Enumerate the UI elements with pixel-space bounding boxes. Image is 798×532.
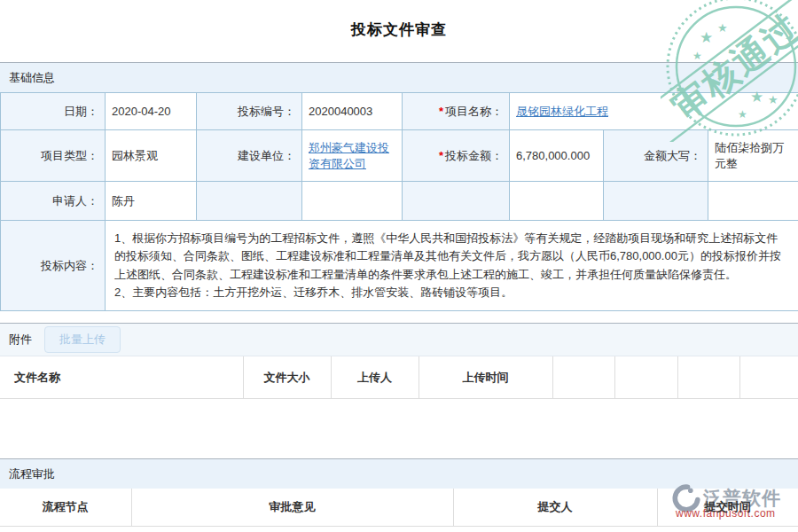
col-file-name: 文件名称 (0, 356, 243, 399)
section-basic-info: 基础信息 (0, 62, 798, 92)
col-submit-time: 提交时间 (657, 489, 798, 527)
bid-no-value: 2020040003 (302, 93, 403, 130)
bid-amount-value: 6,780,000.000 (510, 130, 604, 182)
project-type-value: 园林景观 (106, 130, 197, 182)
project-type-label: 项目类型： (1, 130, 106, 182)
basic-info-table: 日期： 2020-04-20 投标编号： 2020040003 *项目名称： 晟… (0, 92, 798, 311)
empty-label-cell (604, 182, 708, 221)
section-basic-info-title: 基础信息 (9, 70, 55, 86)
project-name-label: *项目名称： (403, 93, 510, 130)
bid-document-review-page: 投标文件审查 基础信息 日期： 2020-04-20 投标编号： 2020040… (0, 0, 798, 532)
bid-content-line1: 1、根据你方招标项目编号为的工程招标文件，遵照《中华人民共和国招投标法》等有关规… (114, 230, 789, 283)
date-label: 日期： (1, 93, 106, 130)
table-row: 投标内容： 1、根据你方招标项目编号为的工程招标文件，遵照《中华人民共和国招投标… (1, 221, 798, 311)
col-uploader: 上传人 (331, 356, 419, 399)
section-workflow-title: 流程审批 (9, 466, 55, 482)
required-marker: * (439, 149, 443, 162)
required-marker: * (439, 105, 443, 118)
col-flow-node: 流程节点 (0, 489, 131, 527)
build-unit-label: 建设单位： (197, 130, 302, 182)
bid-amount-label: *投标金额： (403, 130, 510, 182)
col-submitter: 提交人 (453, 489, 657, 527)
amount-words-value: 陆佰柒拾捌万元整 (708, 130, 798, 182)
applicant-value: 陈丹 (106, 182, 197, 221)
table-row: 项目类型： 园林景观 建设单位： 郑州豪气建设投资有限公司 *投标金额： 6,7… (1, 130, 798, 182)
bid-content-label: 投标内容： (1, 221, 106, 311)
batch-upload-button[interactable]: 批量上传 (44, 326, 121, 353)
build-unit-value-cell: 郑州豪气建设投资有限公司 (302, 130, 403, 182)
col-empty (614, 356, 677, 399)
col-empty (552, 356, 614, 399)
col-empty (739, 356, 798, 399)
empty-value-cell (302, 182, 403, 221)
bid-content-line2: 2、主要内容包括：土方开挖外运、迁移乔木、排水管安装、路砖铺设等项目。 (114, 284, 789, 301)
bid-content-value: 1、根据你方招标项目编号为的工程招标文件，遵照《中华人民共和国招投标法》等有关规… (106, 221, 798, 311)
page-header: 投标文件审查 (0, 0, 798, 62)
project-name-label-text: 项目名称： (445, 105, 503, 118)
attachments-header-row: 文件名称 文件大小 上传人 上传时间 (0, 356, 798, 399)
table-row: 申请人： 陈丹 (1, 182, 798, 221)
col-file-size: 文件大小 (243, 356, 331, 399)
empty-label-cell (403, 182, 510, 221)
build-unit-link[interactable]: 郑州豪气建设投资有限公司 (309, 141, 389, 170)
empty-label-cell (197, 182, 302, 221)
table-row: 日期： 2020-04-20 投标编号： 2020040003 *项目名称： 晟… (1, 93, 798, 130)
col-empty (677, 356, 739, 399)
applicant-label: 申请人： (1, 182, 106, 221)
workflow-table: 流程节点 审批意见 提交人 提交时间 (0, 489, 798, 527)
attachments-table: 文件名称 文件大小 上传人 上传时间 (0, 356, 798, 399)
bid-no-label: 投标编号： (197, 93, 302, 130)
project-name-link[interactable]: 晟铭园林绿化工程 (516, 105, 608, 118)
bid-amount-label-text: 投标金额： (445, 149, 503, 162)
empty-value-cell (708, 182, 798, 221)
amount-words-label: 金额大写： (604, 130, 708, 182)
workflow-header-row: 流程节点 审批意见 提交人 提交时间 (0, 489, 798, 527)
project-name-value-cell: 晟铭园林绿化工程 (510, 93, 798, 130)
page-title: 投标文件审查 (351, 21, 447, 38)
col-upload-time: 上传时间 (419, 356, 552, 399)
section-attachments-title: 附件 (9, 332, 32, 348)
empty-value-cell (510, 182, 604, 221)
section-attachments: 附件 批量上传 (0, 323, 798, 356)
col-approval-opinion: 审批意见 (131, 489, 453, 527)
date-value: 2020-04-20 (106, 93, 197, 130)
